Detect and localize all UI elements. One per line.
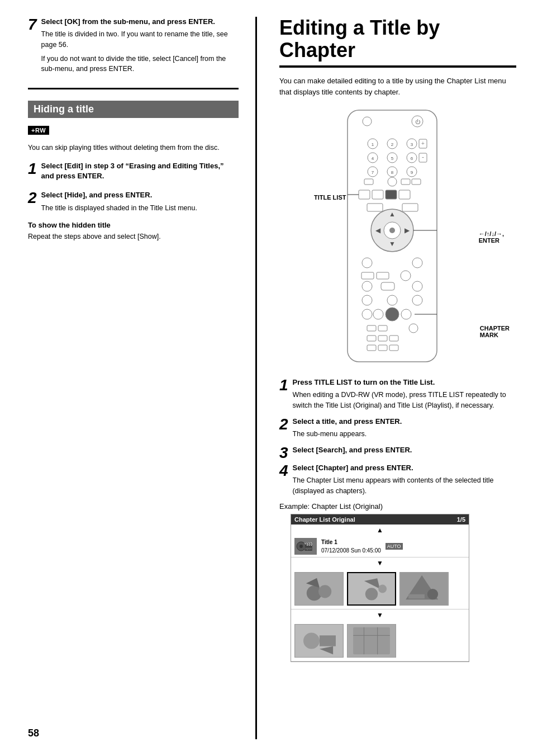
svg-text:▼: ▼ [389, 240, 396, 248]
scroll-up-arrow: ▲ [291, 525, 469, 536]
svg-text:▶: ▶ [404, 226, 410, 234]
right-step1-heading: Press TITLE LIST to turn on the Title Li… [293, 377, 516, 388]
chapter-list-mockup: Chapter List Original 1/5 ▲ 🎬 [291, 514, 469, 662]
right-step3-heading: Select [Search], and press ENTER. [293, 445, 516, 455]
chapter-list-header-title: Chapter List Original [294, 516, 355, 523]
remote-svg: ⏻ 1 2 3 + 4 5 [336, 107, 448, 365]
rw-badge: +RW [28, 126, 49, 135]
chapter-grid-row1 [291, 569, 469, 609]
chapter-thumb-4 [294, 624, 344, 658]
page-number: 58 [28, 727, 39, 739]
right-step2-number: 2 [279, 417, 288, 432]
svg-text:1: 1 [372, 142, 374, 147]
hiding-step2-heading: Select [Hide], and press ENTER. [41, 190, 239, 200]
chapter-thumb-2 [347, 572, 396, 606]
chapter-grid-row2 [291, 621, 469, 662]
right-step2-body: The sub-menu appears. [293, 429, 516, 440]
svg-point-72 [299, 545, 303, 548]
svg-rect-88 [320, 635, 336, 646]
hiding-step2-body: The title is displayed shaded in the Tit… [41, 203, 239, 214]
scroll-arrows-mid: ▼ [291, 557, 469, 569]
hiding-step2-number: 2 [28, 190, 37, 206]
right-step1-body: When editing a DVD-RW (VR mode), press T… [293, 390, 516, 411]
svg-point-43 [389, 228, 395, 233]
hiding-step1-heading: Select [Edit] in step 3 of “Erasing and … [41, 161, 239, 181]
svg-text:▲: ▲ [389, 210, 396, 218]
svg-text:8: 8 [391, 170, 394, 175]
svg-point-58 [386, 308, 399, 321]
right-steps: 1 Press TITLE LIST to turn on the Title … [279, 377, 516, 662]
hd-badge: AUTO [386, 543, 403, 550]
chapter-thumb-5 [347, 624, 396, 658]
svg-text:5: 5 [391, 156, 394, 161]
right-step4-heading: Select [Chapter] and press ENTER. [293, 463, 516, 473]
section-divider [28, 88, 239, 89]
hiding-title-heading: Hiding a title [28, 101, 239, 118]
svg-point-79 [365, 588, 378, 600]
svg-point-81 [378, 584, 387, 593]
right-intro: You can make detailed editing to a title… [279, 75, 516, 97]
step7-heading: Select [OK] from the sub-menu, and press… [41, 17, 239, 27]
label-title-list: TITLE LIST [314, 194, 346, 201]
step7-body2: If you do not want to divide the title, … [41, 54, 239, 75]
show-hidden-subheading: To show the hidden title [28, 221, 239, 229]
chapter-list-header-page: 1/5 [457, 516, 465, 523]
chapter-thumb-3 [399, 572, 449, 606]
right-step4-number: 4 [279, 463, 288, 479]
label-enter: ←/↑/↓/→, ENTER [479, 230, 504, 244]
svg-text:4: 4 [372, 156, 374, 161]
remote-diagram: TITLE LIST ←/↑/↓/→, ENTER CHAPTER MARK ⏻… [279, 107, 516, 366]
chapter-list-title-thumb: 🎬 [294, 538, 317, 555]
chapter-thumb-1 [294, 572, 344, 606]
svg-text:⏻: ⏻ [415, 119, 421, 125]
svg-rect-91 [353, 627, 390, 654]
svg-text:🎬: 🎬 [303, 542, 313, 551]
step7-number: 7 [28, 17, 37, 32]
svg-point-84 [427, 589, 438, 599]
hiding-intro: You can skip playing titles without dele… [28, 143, 239, 153]
chapter-title-date: 07/12/2008 Sun 0:45:00 [321, 546, 381, 555]
svg-rect-32 [386, 190, 397, 199]
label-chapter-mark: CHAPTER MARK [480, 325, 510, 338]
svg-text:7: 7 [372, 170, 374, 175]
svg-text:6: 6 [411, 156, 413, 161]
right-step4-body: The Chapter List menu appears with conte… [293, 475, 516, 497]
example-label: Example: Chapter List (Original) [279, 502, 516, 511]
chapter-list-title-row: 🎬 Title 1 07/12/2008 Sun 0:45:00 AUTO [291, 536, 469, 557]
svg-point-77 [318, 585, 331, 598]
right-step2-heading: Select a title, and press ENTER. [293, 417, 516, 427]
right-step1-number: 1 [279, 377, 288, 393]
svg-text:3: 3 [411, 142, 413, 147]
svg-text:-: - [422, 153, 424, 161]
svg-text:9: 9 [411, 170, 413, 175]
chapter-title-name: Title 1 [321, 538, 381, 546]
step7-body1: The title is divided in two. If you want… [41, 29, 239, 50]
right-step3-number: 3 [279, 445, 288, 461]
show-hidden-body: Repeat the steps above and select [Show]… [28, 231, 239, 242]
chapter-list-header: Chapter List Original 1/5 [291, 514, 469, 525]
chapter-list-title-info: Title 1 07/12/2008 Sun 0:45:00 [321, 538, 381, 555]
right-title: Editing a Title by Chapter [279, 17, 516, 68]
svg-point-87 [303, 632, 320, 649]
svg-text:+: + [421, 140, 425, 147]
svg-rect-85 [408, 594, 425, 598]
scroll-down-arrow: ▼ [291, 609, 469, 621]
svg-text:◀: ◀ [375, 226, 381, 234]
hiding-step1-number: 1 [28, 161, 37, 177]
svg-text:2: 2 [391, 142, 394, 147]
